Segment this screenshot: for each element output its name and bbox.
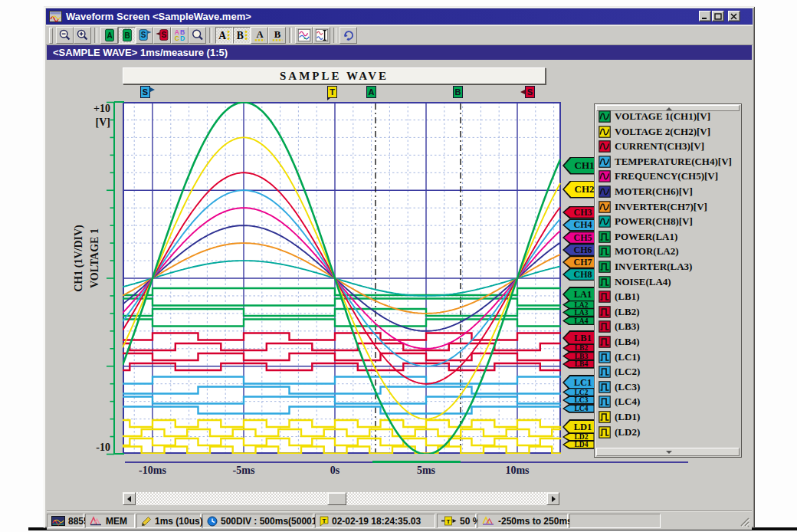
cursor-b-button[interactable]: B — [268, 27, 286, 44]
legend-item-1[interactable]: VOLTAGE 1(CH1)[V] — [599, 110, 710, 123]
legend-item-8[interactable]: POWER(CH8)[V] — [599, 215, 693, 228]
channel-flag-ch5[interactable]: CH5 — [562, 232, 598, 245]
channel-flag-ch3[interactable]: CH3 — [562, 206, 598, 219]
flag-label: LA3 — [569, 309, 589, 317]
legend-item-18[interactable]: (LC2) — [599, 365, 640, 379]
close-button[interactable] — [728, 11, 740, 21]
channel-flag-lb4[interactable]: LB4 — [562, 360, 595, 369]
legend-item-12[interactable]: NOISE(LA4) — [599, 275, 671, 289]
cursor-a-button[interactable]: A — [251, 27, 268, 44]
range-icon — [482, 516, 495, 526]
wave-split-button[interactable] — [313, 27, 330, 44]
condition-bar: <SAMPLE WAVE> 1ms/measure (1:5) — [47, 45, 752, 60]
toolbar-separator — [209, 28, 212, 43]
channel-a-button[interactable]: A — [100, 27, 118, 44]
legend-item-5[interactable]: FREQUENCY(CH5)[V] — [599, 169, 718, 183]
channel-flag-la2[interactable]: LA2 — [562, 300, 595, 310]
search-forward-button[interactable]: S — [136, 27, 153, 44]
channel-flag-la3[interactable]: LA3 — [562, 308, 595, 317]
legend-item-21[interactable]: (LD1) — [599, 410, 640, 424]
x-tick-5ms: -5ms — [217, 465, 271, 477]
scroll-left-button[interactable] — [123, 492, 136, 505]
svg-text:T: T — [447, 518, 451, 525]
legend-item-11[interactable]: INVERTER(LA3) — [599, 260, 692, 274]
marker-s-0[interactable]: S — [140, 86, 150, 98]
scroll-right-button[interactable] — [546, 492, 559, 505]
legend-item-4[interactable]: TEMPERATURE(CH4)[V] — [599, 155, 732, 169]
channel-flag-lc3[interactable]: LC3 — [562, 396, 595, 405]
legend-item-20[interactable]: (LC4) — [599, 395, 640, 409]
legend-item-9[interactable]: POWER(LA1) — [599, 230, 677, 244]
arrow-right-icon — [150, 87, 155, 92]
channel-flag-ch7[interactable]: CH7 — [562, 256, 598, 269]
toolbar-handle[interactable] — [49, 28, 53, 44]
waveform-plot[interactable] — [123, 102, 561, 454]
legend-item-15[interactable]: (LB3) — [599, 320, 640, 333]
logic-trace-lc3 — [123, 397, 561, 404]
status-panel-500div-500ms-50001: 500DIV : 500ms(50001) — [202, 514, 313, 528]
marker-tail — [327, 97, 331, 100]
svg-text:S: S — [161, 31, 166, 39]
legend-item-13[interactable]: (LB1) — [599, 290, 640, 304]
flag-label: LD4 — [569, 441, 589, 448]
logic-trace-lb1 — [123, 333, 561, 340]
channel-flag-ld1[interactable]: LD1 — [562, 419, 598, 435]
cursor-b-values-button[interactable]: B — [233, 27, 251, 44]
flag-label: LB4 — [569, 360, 588, 368]
channel-flag-la4[interactable]: LA4 — [562, 317, 595, 326]
marker-t-1[interactable]: T — [327, 86, 337, 98]
zoom-in-button[interactable] — [74, 27, 91, 44]
legend-item-19[interactable]: (LC3) — [599, 380, 640, 394]
search-back-button[interactable]: S — [153, 27, 171, 44]
legend-item-16[interactable]: (LB4) — [599, 335, 640, 349]
flag-label: CH7 — [569, 257, 592, 268]
channel-flag-lb1[interactable]: LB1 — [562, 330, 598, 346]
legend-item-22[interactable]: (LD2) — [599, 425, 640, 439]
channel-flag-ld2[interactable]: LD2 — [562, 432, 595, 442]
legend-label: POWER(LA1) — [615, 231, 677, 243]
resize-grip[interactable] — [737, 515, 750, 527]
ab-cd-compare-button[interactable]: ABCD — [171, 27, 189, 44]
marker-a-2[interactable]: A — [366, 86, 376, 98]
wave-overlay-button[interactable] — [295, 27, 313, 44]
horizontal-scrollbar[interactable] — [123, 492, 559, 505]
zoom-out-button[interactable] — [56, 27, 74, 44]
channel-flag-ch4[interactable]: CH4 — [562, 218, 598, 232]
channel-flag-ld4[interactable]: LD4 — [562, 440, 595, 449]
channel-b-button[interactable]: B — [118, 27, 136, 44]
channel-flag-lb2[interactable]: LB2 — [562, 343, 595, 353]
channel-flag-la1[interactable]: LA1 — [562, 287, 598, 302]
channel-flag-lc4[interactable]: LC4 — [562, 404, 595, 413]
scrollbar-thumb[interactable] — [327, 492, 346, 505]
flag-label: LD2 — [569, 433, 589, 441]
minimize-button[interactable] — [699, 11, 711, 21]
title-bar[interactable]: Waveform Screen <SampleWave.mem> — [46, 8, 753, 25]
legend-label: MOTOR(LA2) — [615, 245, 679, 258]
legend-item-10[interactable]: MOTOR(LA2) — [599, 245, 679, 258]
legend-label: (LC2) — [615, 366, 640, 378]
legend-scroll-down[interactable] — [596, 448, 740, 456]
legend-item-3[interactable]: CURRENT(CH3)[V] — [599, 140, 704, 153]
legend-item-14[interactable]: (LB2) — [599, 305, 640, 319]
clock-icon — [207, 516, 218, 527]
cursor-a-values-button[interactable]: A — [215, 27, 233, 44]
legend-item-17[interactable]: (LC1) — [599, 350, 640, 364]
marker-b-3[interactable]: B — [453, 86, 463, 98]
channel-flag-lc2[interactable]: LC2 — [562, 388, 595, 397]
flag-label: LA1 — [569, 289, 592, 300]
refresh-button[interactable] — [339, 27, 357, 44]
channel-flag-ch6[interactable]: CH6 — [562, 244, 598, 257]
marker-s-4[interactable]: S — [525, 86, 535, 98]
legend-item-2[interactable]: VOLTAGE 2(CH2)[V] — [599, 125, 710, 139]
channel-flag-lb3[interactable]: LB3 — [562, 352, 595, 361]
sine-wave-icon — [599, 201, 611, 213]
search-button[interactable] — [189, 27, 206, 44]
legend-item-7[interactable]: INVERTER(CH7)[V] — [599, 200, 707, 214]
legend-label: (LD2) — [615, 426, 640, 438]
channel-flag-ch8[interactable]: CH8 — [562, 268, 598, 281]
legend-item-6[interactable]: MOTER(CH6)[V] — [599, 185, 693, 199]
maximize-button[interactable] — [712, 11, 724, 21]
pulse-wave-icon — [599, 245, 611, 258]
mem-icon — [90, 516, 103, 526]
status-panel-empty — [569, 514, 661, 528]
